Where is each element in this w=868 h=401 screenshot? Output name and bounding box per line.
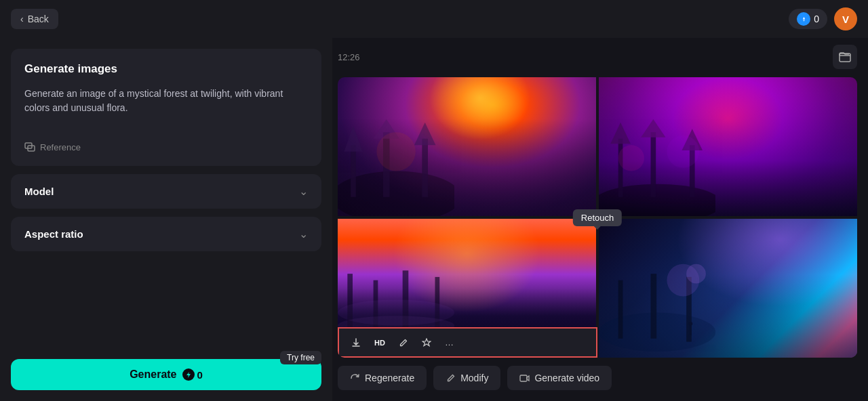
- save-folder-icon: [839, 51, 851, 63]
- action-bar: Regenerate Modify Generate video: [338, 366, 857, 390]
- svg-point-28: [599, 312, 715, 351]
- magic-button[interactable]: [416, 335, 437, 351]
- svg-marker-14: [610, 122, 631, 144]
- save-folder-button[interactable]: [833, 45, 857, 69]
- download-icon: [351, 338, 361, 347]
- regenerate-label: Regenerate: [365, 373, 414, 383]
- timestamp: 12:26: [338, 52, 360, 62]
- svg-rect-15: [651, 132, 656, 197]
- reference-label: Reference: [40, 142, 81, 152]
- forest-decoration-tl: [338, 119, 454, 217]
- aspect-ratio-accordion[interactable]: Aspect ratio ⌄: [11, 217, 321, 251]
- svg-point-19: [618, 145, 644, 171]
- credits-icon: [797, 12, 810, 26]
- svg-rect-13: [618, 138, 623, 196]
- back-chevron-icon: ‹: [20, 14, 24, 24]
- generate-container: Try free Generate 0: [11, 359, 321, 390]
- credits-badge: 0: [789, 9, 827, 29]
- generate-panel: Generate images Generate an image of a m…: [11, 49, 321, 166]
- reference-icon: [24, 142, 35, 152]
- avatar: V: [834, 7, 857, 30]
- generate-credits: 0: [197, 369, 203, 381]
- left-panel: Generate images Generate an image of a m…: [0, 38, 332, 401]
- image-cell-top-left[interactable]: [338, 77, 596, 216]
- right-panel: 12:26: [332, 38, 868, 401]
- image-grid: Retouch HD: [338, 77, 857, 358]
- prompt-input[interactable]: Generate an image of a mystical forest a…: [24, 87, 308, 129]
- more-button[interactable]: …: [439, 334, 459, 351]
- model-accordion[interactable]: Model ⌄: [11, 174, 321, 209]
- reference-button[interactable]: Reference: [24, 142, 81, 152]
- svg-point-12: [599, 184, 715, 216]
- svg-rect-36: [520, 375, 527, 381]
- modify-button[interactable]: Modify: [433, 366, 500, 390]
- svg-marker-16: [641, 119, 665, 138]
- magic-icon: [422, 338, 431, 347]
- forest-decoration-br: [599, 261, 715, 358]
- model-label: Model: [24, 186, 54, 197]
- svg-marker-6: [344, 125, 363, 151]
- image-cell-bottom-right[interactable]: [599, 219, 857, 358]
- modify-icon: [446, 373, 456, 383]
- header: ‹ Back 0 V: [0, 0, 868, 38]
- generate-video-icon: [519, 373, 530, 383]
- aspect-ratio-chevron-icon: ⌄: [299, 228, 308, 240]
- svg-rect-34: [690, 325, 692, 335]
- regenerate-icon: [350, 373, 360, 383]
- generate-panel-title: Generate images: [24, 62, 308, 76]
- forest-decoration-tr: [599, 119, 715, 217]
- svg-rect-30: [651, 274, 657, 339]
- download-button[interactable]: [346, 335, 366, 351]
- credits-count: 0: [814, 14, 819, 24]
- more-label: …: [445, 337, 454, 347]
- edit-button[interactable]: [393, 335, 414, 351]
- svg-point-11: [376, 132, 415, 171]
- generate-label: Generate: [130, 368, 176, 381]
- hd-label: HD: [374, 339, 385, 347]
- regenerate-button[interactable]: Regenerate: [338, 366, 427, 390]
- back-label: Back: [28, 14, 49, 24]
- hd-button[interactable]: HD: [369, 335, 391, 350]
- top-bar: 12:26: [338, 38, 857, 69]
- svg-point-35: [688, 321, 692, 325]
- image-cell-top-right[interactable]: [599, 77, 857, 216]
- aspect-ratio-label: Aspect ratio: [24, 228, 83, 240]
- svg-point-20: [667, 135, 699, 167]
- image-toolbar: HD …: [338, 327, 597, 358]
- generate-button[interactable]: Generate 0: [11, 359, 321, 390]
- svg-rect-3: [840, 54, 850, 62]
- svg-point-33: [686, 263, 706, 283]
- header-right: 0 V: [789, 7, 857, 30]
- generate-video-button[interactable]: Generate video: [507, 366, 612, 390]
- svg-rect-5: [351, 145, 356, 197]
- edit-icon: [399, 338, 408, 347]
- bolt-icon: [182, 368, 195, 381]
- svg-marker-10: [414, 122, 436, 144]
- modify-label: Modify: [460, 373, 488, 383]
- main-layout: Generate images Generate an image of a m…: [0, 38, 868, 401]
- credits-counter: 0: [182, 368, 203, 381]
- svg-rect-29: [618, 280, 623, 338]
- try-free-badge: Try free: [280, 351, 321, 364]
- back-button[interactable]: ‹ Back: [11, 9, 58, 29]
- model-chevron-icon: ⌄: [299, 185, 308, 198]
- svg-rect-9: [422, 138, 428, 196]
- generate-video-label: Generate video: [534, 373, 599, 383]
